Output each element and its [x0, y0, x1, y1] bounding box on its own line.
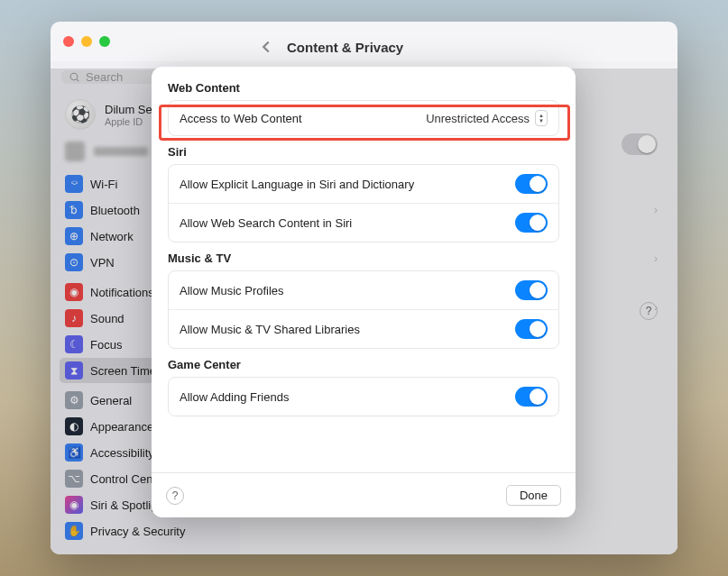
- row-label: Allow Music Profiles: [180, 284, 515, 297]
- sidebar-item-label: Focus: [90, 338, 122, 352]
- music-profiles-toggle[interactable]: [515, 280, 548, 300]
- vpn-icon: ⊙: [65, 253, 83, 271]
- chevron-up-down-icon: ▲▼: [535, 110, 548, 126]
- network-icon: ⊕: [65, 227, 83, 245]
- svg-point-0: [70, 73, 78, 80]
- sidebar-item-privacy-security[interactable]: ✋Privacy & Security: [60, 518, 231, 544]
- avatar: ⚽: [65, 99, 96, 130]
- row-web-access[interactable]: Access to Web Content Unrestricted Acces…: [169, 101, 558, 135]
- sidebar-item-label: Wi-Fi: [90, 178, 117, 191]
- appearance-icon: ◐: [65, 417, 83, 435]
- sidebar-item-label: Sound: [90, 312, 124, 325]
- music-shared-toggle[interactable]: [515, 319, 548, 339]
- sidebar-item-label: VPN: [90, 256, 115, 270]
- row-game-friends: Allow Adding Friends: [169, 378, 558, 416]
- wifi-icon: ⌔: [65, 175, 83, 193]
- traffic-lights: [63, 36, 110, 47]
- close-window-button[interactable]: [63, 36, 74, 47]
- sidebar-item-label: Network: [90, 230, 134, 243]
- row-label: Allow Explicit Language in Siri and Dict…: [180, 178, 515, 191]
- sidebar-item-label: Accessibility: [90, 446, 154, 460]
- dropdown-value: Unrestricted Access: [426, 112, 530, 125]
- row-music-profiles: Allow Music Profiles: [169, 271, 558, 309]
- web-access-dropdown[interactable]: Unrestricted Access ▲▼: [426, 110, 548, 126]
- section-title-game: Game Center: [168, 358, 559, 371]
- siri-websearch-toggle[interactable]: [515, 213, 548, 233]
- row-label: Allow Music & TV Shared Libraries: [180, 323, 515, 336]
- sidebar-item-label: General: [90, 394, 132, 407]
- game-friends-toggle[interactable]: [515, 387, 548, 407]
- zoom-window-button[interactable]: [99, 36, 110, 47]
- row-siri-websearch: Allow Web Search Content in Siri: [169, 203, 558, 242]
- sidebar-item-label: Screen Time: [90, 364, 156, 378]
- row-label: Access to Web Content: [180, 112, 426, 125]
- help-button[interactable]: ?: [166, 487, 184, 505]
- siri-icon: ◉: [65, 496, 83, 514]
- section-title-web: Web Content: [168, 81, 559, 95]
- sidebar-item-label: Notifications: [90, 286, 154, 299]
- minimize-window-button[interactable]: [81, 36, 92, 47]
- group-web: Access to Web Content Unrestricted Acces…: [168, 100, 559, 136]
- help-button[interactable]: ?: [640, 302, 658, 320]
- sidebar-item-label: Bluetooth: [90, 204, 140, 217]
- user-subtitle: Apple ID: [105, 116, 159, 127]
- svg-line-1: [77, 79, 78, 81]
- accessibility-icon: ♿: [65, 443, 83, 462]
- search-icon: [69, 71, 80, 83]
- row-label: Allow Web Search Content in Siri: [180, 216, 515, 230]
- back-button[interactable]: [256, 37, 276, 57]
- chevron-right-icon: ›: [654, 204, 658, 216]
- sound-icon: ♪: [65, 309, 83, 327]
- gear-icon: ⚙: [65, 391, 83, 409]
- search-placeholder: Search: [86, 70, 123, 84]
- sidebar-item-label: Appearance: [90, 420, 153, 434]
- page-title: Content & Privacy: [287, 40, 403, 55]
- group-siri: Allow Explicit Language in Siri and Dict…: [168, 164, 559, 242]
- done-button[interactable]: Done: [506, 485, 561, 506]
- content-privacy-toggle[interactable]: [622, 133, 658, 155]
- row-music-shared: Allow Music & TV Shared Libraries: [169, 309, 558, 348]
- siri-explicit-toggle[interactable]: [515, 174, 548, 194]
- section-title-siri: Siri: [168, 145, 559, 159]
- group-game: Allow Adding Friends: [168, 377, 559, 416]
- hourglass-icon: ⧗: [65, 361, 83, 379]
- content-privacy-sheet: Web Content Access to Web Content Unrest…: [152, 67, 576, 517]
- sheet-footer: ? Done: [152, 472, 576, 517]
- row-label: Allow Adding Friends: [180, 390, 515, 404]
- focus-icon: ☾: [65, 335, 83, 353]
- user-name: Dilum Sen: [105, 103, 159, 116]
- hand-icon: ✋: [65, 522, 83, 540]
- sidebar-item-label: Privacy & Security: [90, 525, 185, 538]
- sheet-scroll[interactable]: Web Content Access to Web Content Unrest…: [152, 67, 576, 472]
- switches-icon: ⌥: [65, 470, 83, 488]
- bluetooth-icon: ␢: [65, 201, 83, 219]
- chevron-right-icon: ›: [654, 252, 658, 265]
- group-music: Allow Music Profiles Allow Music & TV Sh…: [168, 270, 559, 349]
- section-title-music: Music & TV: [168, 251, 559, 265]
- bell-icon: ◉: [65, 283, 83, 301]
- row-siri-explicit: Allow Explicit Language in Siri and Dict…: [169, 165, 558, 203]
